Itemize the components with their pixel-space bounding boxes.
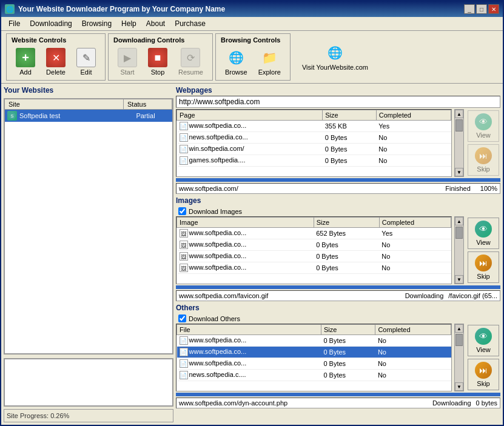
downloading-controls-buttons: ▶ Start ■ Stop ⟳ Resume	[113, 46, 207, 78]
maximize-button[interactable]: □	[476, 4, 487, 14]
webpages-progress-bar	[176, 178, 500, 182]
images-skip-button[interactable]: ⏭ Skip	[468, 251, 499, 283]
image-col-header: Image	[177, 218, 314, 228]
site-status-0: Partial	[121, 112, 170, 119]
menu-bar: File Downloading Browsing Help About Pur…	[1, 17, 503, 31]
add-label: Add	[19, 68, 32, 76]
img-view-label: View	[476, 239, 491, 246]
webpages-status-state: Finished	[445, 185, 471, 192]
others-checkbox[interactable]	[178, 315, 186, 322]
menu-purchase[interactable]: Purchase	[170, 18, 210, 29]
others-progress-bar	[176, 393, 500, 396]
others-row-0[interactable]: 📄www.softpedia.co... 0 Bytes No	[177, 335, 451, 347]
site-name-0: Softpedia test	[19, 112, 121, 119]
edit-icon: ✎	[76, 48, 96, 67]
img-scroll-up[interactable]: ▲	[455, 217, 463, 225]
others-title: Others	[176, 304, 500, 312]
your-websites-title: Your Websites	[4, 86, 173, 95]
oth-scroll-down[interactable]: ▼	[455, 382, 463, 391]
website-controls-group: Website Controls + Add ✕ Delete ✎ Edit	[6, 33, 106, 81]
delete-button[interactable]: ✕ Delete	[42, 46, 70, 78]
others-scrollbar[interactable]: ▲ ▼	[454, 324, 464, 391]
others-row-3[interactable]: 📄news.softpedia.c.... 0 Bytes No	[177, 370, 451, 381]
status-column-header: Status	[124, 99, 172, 109]
add-icon: +	[16, 48, 35, 67]
images-row-0[interactable]: 🖼www.softpedia.co... 652 Bytes Yes	[177, 228, 451, 239]
scroll-down-btn[interactable]: ▼	[455, 168, 463, 176]
menu-help[interactable]: Help	[116, 18, 141, 29]
stop-button[interactable]: ■ Stop	[144, 46, 172, 78]
webpages-status-url: www.softpedia.com/	[179, 185, 445, 192]
add-button[interactable]: + Add	[12, 46, 39, 78]
scroll-thumb	[455, 119, 463, 131]
explore-button[interactable]: 📁 Explore	[254, 46, 285, 78]
website-row-0[interactable]: S Softpedia test Partial	[5, 110, 172, 122]
oth-scroll-up[interactable]: ▲	[455, 324, 463, 333]
img-view-icon: 👁	[475, 221, 492, 238]
others-row-1[interactable]: 📄www.softpedia.co... 0 Bytes No	[177, 347, 451, 358]
file-completed-col-header: Completed	[375, 325, 451, 335]
others-header-row: File Size Completed	[177, 325, 451, 335]
visit-button[interactable]: 🌐 Visit YourWebsite.com	[298, 41, 372, 73]
others-action-buttons: 👁 View ⏭ Skip	[466, 324, 500, 391]
images-progress-bar	[176, 285, 500, 289]
img-scroll-thumb	[455, 227, 463, 239]
menu-file[interactable]: File	[4, 18, 25, 29]
start-button[interactable]: ▶ Start	[113, 46, 141, 78]
minimize-button[interactable]: _	[464, 4, 475, 14]
file-col-header: File	[177, 325, 321, 335]
visit-group: 🌐 Visit YourWebsite.com	[293, 33, 377, 81]
websites-table-header: Site Status	[5, 99, 172, 110]
menu-browsing[interactable]: Browsing	[77, 18, 116, 29]
browse-button[interactable]: 🌐 Browse	[221, 46, 252, 78]
view-label: View	[476, 131, 491, 139]
images-row-1[interactable]: 🖼www.softpedia.co... 0 Bytes No	[177, 239, 451, 251]
webpages-section: Webpages http://www.softpedia.com Page S…	[176, 86, 500, 194]
others-content: File Size Completed 📄www.softpedia.co...…	[176, 324, 500, 391]
main-content: Your Websites Site Status S Softpedia te…	[1, 84, 503, 425]
edit-label: Edit	[81, 68, 92, 76]
menu-about[interactable]: About	[141, 18, 170, 29]
size-col-header: Size	[323, 110, 377, 121]
title-bar: 🌐 Your Website Downloader Program by You…	[1, 1, 503, 17]
explore-icon: 📁	[260, 48, 279, 67]
images-status-bar: www.softpedia.com/favicon.gif Downloadin…	[176, 290, 500, 301]
webpages-scrollbar[interactable]: ▲ ▼	[454, 109, 464, 177]
edit-button[interactable]: ✎ Edit	[72, 46, 100, 78]
images-row-3[interactable]: 🖼www.softpedia.co... 0 Bytes No	[177, 262, 451, 274]
menu-downloading[interactable]: Downloading	[25, 18, 76, 29]
scroll-up-btn[interactable]: ▲	[455, 110, 463, 118]
others-row-2[interactable]: 📄www.softpedia.co... 0 Bytes No	[177, 358, 451, 370]
others-table-wrap: File Size Completed 📄www.softpedia.co...…	[176, 324, 452, 391]
close-button[interactable]: ✕	[488, 4, 499, 14]
webpages-row-0[interactable]: 📄www.softpedia.co... 355 KB Yes	[177, 121, 451, 132]
oth-view-label: View	[476, 346, 491, 353]
webpages-skip-button[interactable]: ⏭ Skip	[468, 144, 499, 176]
images-status-file: /favicon.gif (65...	[448, 292, 497, 299]
others-view-button[interactable]: 👁 View	[468, 325, 499, 356]
webpages-row-2[interactable]: 📄win.softpedia.com/ 0 Bytes No	[177, 144, 451, 155]
webpages-row-1[interactable]: 📄news.softpedia.co... 0 Bytes No	[177, 132, 451, 144]
webpages-title: Webpages	[176, 86, 500, 95]
images-row-2[interactable]: 🖼www.softpedia.co... 0 Bytes No	[177, 251, 451, 262]
view-icon: 👁	[475, 113, 492, 130]
resume-button[interactable]: ⟳ Resume	[174, 46, 207, 78]
webpages-row-3[interactable]: 📄games.softpedia.... 0 Bytes No	[177, 155, 451, 167]
visit-icon: 🌐	[325, 43, 344, 62]
progress-area	[4, 358, 173, 407]
oth-scroll-thumb	[455, 334, 463, 346]
site-icon-0: S	[7, 111, 17, 121]
webpages-view-button[interactable]: 👁 View	[468, 110, 499, 142]
images-checkbox[interactable]	[178, 207, 186, 215]
resume-label: Resume	[178, 68, 203, 76]
others-section: Others Download Others File Size Complet…	[176, 304, 500, 408]
others-skip-button[interactable]: ⏭ Skip	[468, 359, 499, 390]
images-view-button[interactable]: 👁 View	[468, 218, 499, 249]
browse-icon: 🌐	[226, 48, 246, 67]
webpages-status-bar: www.softpedia.com/ Finished 100%	[176, 183, 500, 194]
site-progress: Site Progress: 0.26%	[4, 409, 173, 422]
images-scrollbar[interactable]: ▲ ▼	[454, 216, 464, 284]
skip-label: Skip	[477, 165, 489, 173]
img-skip-icon: ⏭	[475, 255, 492, 271]
img-scroll-down[interactable]: ▼	[455, 275, 463, 284]
